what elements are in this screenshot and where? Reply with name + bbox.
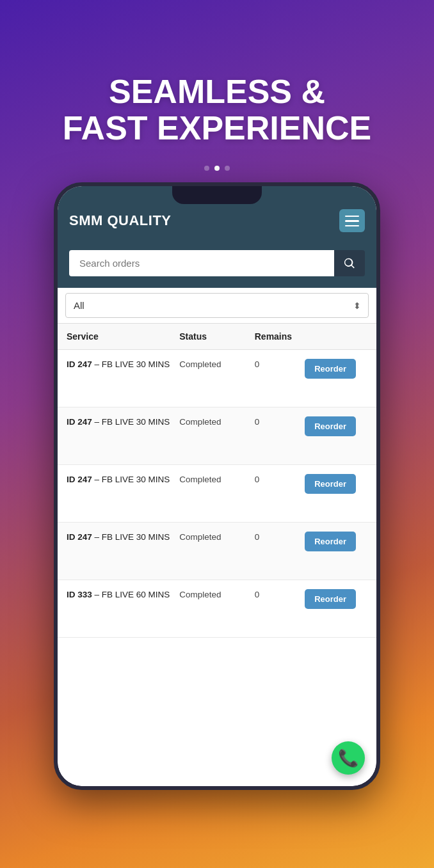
status-cell: Completed xyxy=(179,532,255,542)
col-service: Service xyxy=(67,331,179,342)
whatsapp-button[interactable]: 📞 xyxy=(332,741,365,775)
service-separator: – xyxy=(95,475,102,484)
table-body: ID 247 – FB LIVE 30 MINS Completed 0 Reo… xyxy=(58,350,376,638)
status-cell: Completed xyxy=(179,416,255,427)
reorder-button[interactable]: Reorder xyxy=(305,589,356,609)
reorder-button[interactable]: Reorder xyxy=(305,532,356,551)
remains-cell: 0 xyxy=(255,474,305,484)
filter-select-wrap: All Completed Processing Pending Cancell… xyxy=(65,293,369,318)
service-id: ID 247 xyxy=(67,359,92,369)
phone-screen: SMM QUALITY xyxy=(58,186,376,786)
reorder-button[interactable]: Reorder xyxy=(305,474,356,494)
remains-cell: 0 xyxy=(255,416,305,427)
col-remains: Remains xyxy=(255,331,305,342)
col-status: Status xyxy=(179,331,255,342)
service-separator: – xyxy=(95,359,102,369)
status-cell: Completed xyxy=(179,589,255,599)
whatsapp-icon: 📞 xyxy=(338,748,358,768)
service-separator: – xyxy=(95,417,102,427)
volume-down-button xyxy=(54,327,55,372)
service-id: ID 247 xyxy=(67,475,92,484)
reorder-button[interactable]: Reorder xyxy=(305,359,356,379)
service-id: ID 247 xyxy=(67,417,92,427)
table-row: ID 247 – FB LIVE 30 MINS Completed 0 Reo… xyxy=(58,465,376,523)
remains-cell: 0 xyxy=(255,532,305,542)
search-area xyxy=(58,242,376,288)
service-id: ID 333 xyxy=(67,590,92,599)
reorder-button[interactable]: Reorder xyxy=(305,416,356,436)
table-row: ID 333 – FB LIVE 60 MINS Completed 0 Reo… xyxy=(58,580,376,638)
dot-2[interactable] xyxy=(214,166,220,171)
power-button xyxy=(379,327,380,372)
menu-button[interactable] xyxy=(339,209,365,232)
phone-frame: SMM QUALITY xyxy=(54,182,380,790)
status-cell: Completed xyxy=(179,474,255,484)
hero-line1: SEAMLESS & xyxy=(63,74,372,110)
search-icon xyxy=(343,257,356,270)
search-button[interactable] xyxy=(334,250,365,276)
app-logo: SMM QUALITY xyxy=(69,212,172,229)
service-cell: ID 247 – FB LIVE 30 MINS xyxy=(67,359,179,371)
service-id: ID 247 xyxy=(67,532,92,542)
volume-up-button xyxy=(54,288,55,317)
remains-cell: 0 xyxy=(255,359,305,369)
search-input[interactable] xyxy=(69,250,334,276)
remains-cell: 0 xyxy=(255,589,305,599)
status-cell: Completed xyxy=(179,359,255,369)
page-dots xyxy=(204,166,230,171)
table-row: ID 247 – FB LIVE 30 MINS Completed 0 Reo… xyxy=(58,350,376,407)
service-separator: – xyxy=(95,532,102,542)
service-cell: ID 247 – FB LIVE 30 MINS xyxy=(67,416,179,429)
search-input-wrap xyxy=(69,250,365,276)
col-action xyxy=(305,331,367,342)
filter-row: All Completed Processing Pending Cancell… xyxy=(58,288,376,324)
service-cell: ID 333 – FB LIVE 60 MINS xyxy=(67,589,179,601)
filter-select[interactable]: All Completed Processing Pending Cancell… xyxy=(65,293,369,318)
dot-1[interactable] xyxy=(204,166,209,171)
phone-notch xyxy=(172,186,262,204)
hamburger-icon xyxy=(345,216,359,227)
table-header: Service Status Remains xyxy=(58,324,376,350)
hero-title: SEAMLESS & FAST EXPERIENCE xyxy=(63,74,372,146)
dot-3[interactable] xyxy=(225,166,230,171)
service-cell: ID 247 – FB LIVE 30 MINS xyxy=(67,474,179,486)
table-row: ID 247 – FB LIVE 30 MINS Completed 0 Reo… xyxy=(58,407,376,465)
service-separator: – xyxy=(95,590,102,599)
hero-section: SEAMLESS & FAST EXPERIENCE xyxy=(63,0,372,166)
table-row: ID 247 – FB LIVE 30 MINS Completed 0 Reo… xyxy=(58,523,376,580)
hero-line2: FAST EXPERIENCE xyxy=(63,110,372,146)
orders-table: Service Status Remains ID 247 – FB LIVE … xyxy=(58,324,376,786)
service-cell: ID 247 – FB LIVE 30 MINS xyxy=(67,532,179,544)
